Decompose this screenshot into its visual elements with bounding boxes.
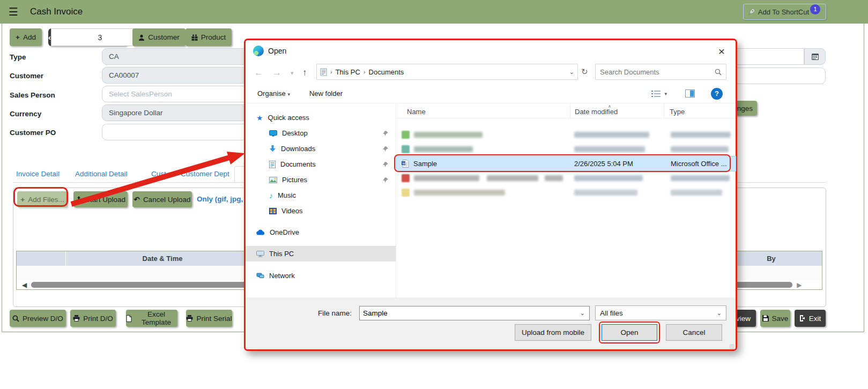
svg-text:W: W	[402, 162, 405, 165]
file-icon	[402, 189, 410, 197]
customer-button[interactable]: Customer	[132, 28, 186, 46]
hamburger-menu-icon[interactable]: ☰	[9, 5, 18, 18]
sidebar-item-music[interactable]: ♪ Music	[246, 188, 396, 203]
dialog-footer: File name: ⌄ All files ⌄ Upload from mob…	[246, 297, 736, 349]
cancel-button[interactable]: Cancel	[666, 324, 722, 341]
upload-icon	[76, 196, 82, 203]
customer-label: Customer	[10, 72, 43, 80]
shortcut-count-badge: 1	[810, 4, 820, 14]
back-icon[interactable]: ←	[254, 68, 263, 78]
breadcrumb-separator: ›	[363, 69, 366, 75]
calendar-button[interactable]	[804, 48, 826, 65]
onedrive-cloud-icon	[256, 229, 265, 235]
file-name-combo[interactable]: ⌄	[359, 306, 590, 320]
pictures-icon	[269, 177, 277, 183]
exit-button[interactable]: Exit	[795, 310, 826, 327]
chevron-down-icon: ⌄	[717, 310, 722, 317]
file-row-redacted[interactable]	[396, 171, 736, 185]
file-type-select[interactable]: All files ⌄	[595, 305, 726, 320]
chevron-down-icon[interactable]: ⌄	[580, 310, 585, 317]
save-floppy-icon	[762, 315, 769, 321]
tab-invoice-detail[interactable]: Invoice Detail	[16, 170, 60, 178]
resize-grip[interactable]: ◫	[730, 343, 735, 349]
file-name-label: File name:	[318, 309, 352, 317]
sidebar-item-quick-access[interactable]: ★ Quick access	[246, 110, 396, 125]
dialog-titlebar[interactable]: Open ×	[246, 40, 736, 62]
breadcrumb-separator: ›	[330, 69, 332, 75]
save-button[interactable]: Save	[760, 310, 790, 327]
sidebar-item-documents[interactable]: Documents	[246, 156, 396, 172]
add-files-button[interactable]: + Add Files...	[17, 191, 68, 207]
start-upload-button[interactable]: Start Upload	[73, 191, 128, 207]
preview-do-button[interactable]: Preview D/O	[10, 310, 66, 327]
column-date-modified[interactable]: ∧ Date modified	[570, 103, 664, 118]
view-dropdown-icon[interactable]: ▾	[664, 91, 667, 96]
help-icon[interactable]: ?	[711, 88, 723, 100]
close-icon[interactable]: ×	[718, 46, 725, 57]
product-button[interactable]: Product	[186, 28, 232, 46]
upload-from-mobile-button[interactable]: Upload from mobile	[515, 324, 591, 341]
add-to-shortcut-button[interactable]: Add To ShortCut 1	[743, 4, 826, 20]
new-folder-button[interactable]: New folder	[309, 89, 343, 98]
print-serial-button[interactable]: Print Serial	[186, 310, 232, 327]
sidebar-item-desktop[interactable]: Desktop	[246, 125, 396, 141]
print-do-button[interactable]: Print D/O	[70, 310, 116, 327]
sidebar-item-videos[interactable]: Videos	[246, 203, 396, 219]
app-header: ☰ Cash Invoice	[0, 0, 868, 24]
word-document-icon: W	[402, 160, 409, 168]
tab-customer-partial[interactable]: Cust	[151, 170, 166, 178]
sidebar-item-pictures[interactable]: Pictures	[246, 172, 396, 188]
datetime-column-header: Date & Time	[66, 255, 259, 263]
file-row-sample[interactable]: W Sample 2/26/2025 5:04 PM Microsoft Off…	[396, 156, 736, 171]
add-button[interactable]: + Add	[10, 28, 42, 46]
file-icon	[402, 145, 410, 153]
currency-label: Currency	[10, 110, 41, 118]
music-note-icon: ♪	[269, 191, 273, 200]
pin-icon	[383, 177, 388, 183]
forward-icon[interactable]: →	[272, 68, 281, 78]
printer-icon	[186, 315, 193, 321]
file-columns-header: Name ∧ Date modified Type	[396, 103, 736, 118]
person-icon	[138, 34, 145, 41]
file-type-hint: Only (gif, jpg, j	[197, 195, 247, 203]
cash-invoice-page: ☰ Cash Invoice Add To ShortCut 1 + Add ‹…	[0, 0, 868, 389]
breadcrumb-documents[interactable]: Documents	[369, 68, 404, 76]
sidebar-item-onedrive[interactable]: OneDrive	[246, 225, 396, 240]
dialog-navrow: ← → ▾ ↑ › This PC › Documents ⌄ ↻	[246, 64, 736, 82]
search-input[interactable]	[596, 68, 715, 76]
tab-customer-dept[interactable]: Customer Dept	[181, 170, 229, 178]
refresh-icon[interactable]: ↻	[581, 67, 588, 77]
sidebar-item-network[interactable]: Network	[246, 268, 396, 283]
printer-icon	[73, 315, 80, 321]
dialog-title: Open	[268, 47, 286, 55]
scroll-left-icon[interactable]: ◀	[22, 281, 27, 289]
file-row-redacted[interactable]	[396, 142, 736, 156]
column-type[interactable]: Type	[664, 103, 736, 118]
customer-po-label: Customer PO	[10, 129, 56, 137]
video-film-icon	[269, 208, 277, 214]
search-box[interactable]	[595, 64, 726, 80]
file-name-input[interactable]	[360, 309, 580, 317]
sidebar-item-this-pc[interactable]: This PC	[246, 246, 396, 261]
history-dropdown-icon[interactable]: ▾	[291, 70, 294, 77]
sidebar-item-downloads[interactable]: Downloads	[246, 141, 396, 156]
view-list-icon[interactable]	[651, 90, 661, 98]
preview-pane-icon[interactable]	[685, 89, 695, 98]
cancel-upload-button[interactable]: ↶ Cancel Upload	[132, 191, 192, 207]
search-icon[interactable]	[715, 69, 722, 76]
up-icon[interactable]: ↑	[302, 68, 307, 78]
address-bar[interactable]: › This PC › Documents ⌄	[316, 64, 578, 80]
document-icon	[269, 161, 276, 168]
download-arrow-icon	[269, 145, 276, 152]
breadcrumb-this-pc[interactable]: This PC	[336, 68, 360, 76]
address-dropdown-icon[interactable]: ⌄	[569, 69, 574, 76]
file-row-redacted[interactable]	[396, 185, 736, 200]
column-name[interactable]: Name	[396, 103, 570, 118]
excel-template-button[interactable]: Excel Template	[126, 310, 177, 327]
organise-menu[interactable]: Organise ▾	[257, 89, 290, 98]
file-row-redacted[interactable]	[396, 128, 736, 142]
scroll-right-icon[interactable]: ▶	[797, 281, 802, 289]
open-button[interactable]: Open	[602, 324, 657, 341]
type-label: Type	[10, 53, 26, 61]
tab-additional-detail[interactable]: Additional Detail	[75, 170, 128, 178]
